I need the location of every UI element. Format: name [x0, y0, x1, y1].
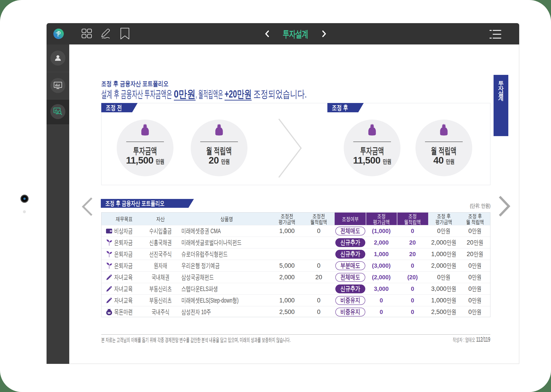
svg-text:₩: ₩ [107, 311, 111, 315]
